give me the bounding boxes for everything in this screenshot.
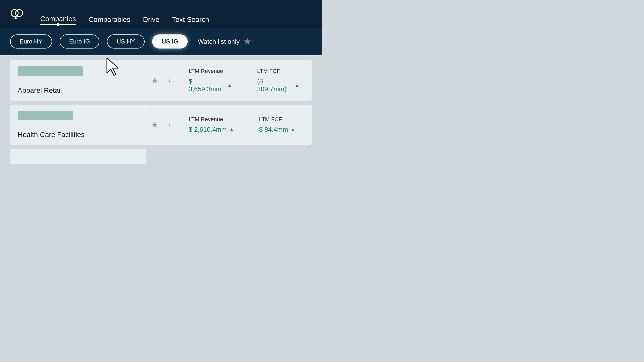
card-metric-fcf-2: LTM FCF $ 84.4mm ▲ [259, 116, 295, 133]
card-right-1: LTM Revenue $ 3,659.3mm ▲ LTM FCF ($ 309… [176, 60, 312, 101]
card-actions-1: ★ › [146, 60, 176, 101]
card-metric-fcf-1: LTM FCF ($ 309.7mm) ▲ [257, 68, 299, 93]
logo [10, 8, 25, 20]
metric-value-fcf-1: ($ 309.7mm) ▲ [257, 77, 299, 93]
card-metric-revenue-1: LTM Revenue $ 3,659.3mm ▲ [189, 68, 232, 93]
card-health-care: Health Care Facilities ★ › LTM Revenue $… [10, 105, 312, 145]
card-chevron-1[interactable]: › [169, 76, 171, 84]
svg-point-1 [16, 10, 23, 17]
metric-label-revenue-1: LTM Revenue [189, 68, 232, 74]
metric-value-revenue-1: $ 3,659.3mm ▲ [189, 77, 232, 93]
metric-label-fcf-2: LTM FCF [259, 116, 295, 123]
metric-label-revenue-2: LTM Revenue [189, 116, 234, 123]
header: Companies Comparables Drive Text Search [0, 0, 322, 28]
metric-arrow-fcf-1: ▲ [295, 83, 299, 88]
card-title-2: Health Care Facilities [18, 131, 138, 139]
card-right-2: LTM Revenue $ 2,610.4mm ▲ LTM FCF $ 84.4… [176, 105, 312, 145]
card-apparel-retail: Apparel Retail ★ › LTM Revenue $ 3,659.3… [10, 60, 312, 101]
card-partial [10, 149, 146, 164]
watchlist-area: Watch list only ★ [198, 36, 251, 47]
watchlist-star-icon[interactable]: ★ [243, 36, 251, 47]
metric-value-fcf-2: $ 84.4mm ▲ [259, 126, 295, 133]
nav-comparables[interactable]: Comparables [89, 16, 131, 25]
card-star-2[interactable]: ★ [151, 120, 158, 130]
card-actions-2: ★ › [146, 105, 176, 145]
content-area: Apparel Retail ★ › LTM Revenue $ 3,659.3… [0, 55, 322, 169]
card-left-1: Apparel Retail [10, 60, 146, 101]
filter-euro-ig[interactable]: Euro IG [60, 34, 100, 49]
card-placeholder-bar-1 [18, 66, 83, 76]
nav-links: Companies Comparables Drive Text Search [40, 0, 209, 28]
nav-companies[interactable]: Companies [40, 15, 76, 25]
metric-label-fcf-1: LTM FCF [257, 68, 299, 74]
filter-euro-hy[interactable]: Euro HY [10, 34, 52, 49]
card-metric-revenue-2: LTM Revenue $ 2,610.4mm ▲ [189, 116, 234, 133]
filter-bar: Euro HY Euro IG US HY US IG Watch list o… [0, 28, 322, 55]
card-left-2: Health Care Facilities [10, 105, 146, 145]
card-placeholder-bar-2 [18, 111, 73, 120]
nav-drive[interactable]: Drive [143, 16, 159, 25]
nav-text-search[interactable]: Text Search [172, 16, 209, 25]
card-star-1[interactable]: ★ [151, 75, 158, 85]
metric-arrow-fcf-2: ▲ [291, 127, 295, 132]
filter-us-ig[interactable]: US IG [152, 34, 188, 49]
svg-point-3 [15, 17, 17, 19]
card-chevron-2[interactable]: › [169, 121, 171, 129]
card-title-1: Apparel Retail [18, 86, 138, 95]
metric-value-revenue-2: $ 2,610.4mm ▲ [189, 126, 234, 133]
metric-arrow-revenue-2: ▲ [229, 127, 234, 132]
metric-arrow-revenue-1: ▲ [227, 83, 232, 88]
watchlist-label[interactable]: Watch list only [198, 38, 240, 46]
filter-us-hy[interactable]: US HY [107, 34, 144, 49]
